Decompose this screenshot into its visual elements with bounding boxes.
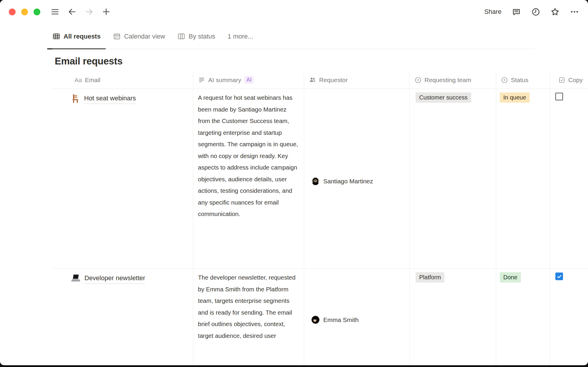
sidebar-menu-icon[interactable]: [50, 7, 60, 16]
window-controls: [9, 9, 40, 15]
email-cell[interactable]: Developer newsletter: [52, 269, 193, 365]
ai-badge: AI: [244, 76, 254, 84]
table-row: Developer newsletter The developer newsl…: [52, 269, 588, 365]
zoom-window-button[interactable]: [34, 9, 40, 15]
table-row: Hot seat webinars A request for hot seat…: [52, 89, 588, 269]
row-title-link[interactable]: Hot seat webinars: [84, 93, 136, 104]
titlebar-actions: Share: [484, 7, 579, 16]
column-label: AI summary: [208, 77, 241, 84]
back-arrow-icon[interactable]: [67, 7, 77, 16]
requestor-cell[interactable]: Emma Smith: [304, 269, 409, 365]
laptop-emoji-icon: [71, 273, 81, 284]
minimize-window-button[interactable]: [21, 9, 28, 15]
column-header-status[interactable]: Status: [496, 71, 550, 89]
status-cell[interactable]: Done: [496, 269, 550, 365]
ai-summary-cell[interactable]: The developer newsletter, requested by E…: [193, 269, 304, 365]
text-type-icon: Aa: [74, 77, 82, 84]
column-label: Copy: [568, 77, 583, 84]
row-title-link[interactable]: Developer newsletter: [84, 273, 145, 284]
requestor-name: Santiago Martinez: [323, 178, 373, 185]
team-tag: Customer success: [416, 92, 471, 103]
people-icon: [309, 76, 316, 84]
more-options-icon[interactable]: [570, 7, 579, 16]
checkbox-icon: [558, 77, 565, 84]
share-button[interactable]: Share: [484, 8, 502, 16]
copy-checkbox-checked[interactable]: [555, 273, 563, 280]
favorite-star-icon[interactable]: [550, 7, 560, 16]
align-left-icon: [198, 76, 205, 84]
requestor-cell[interactable]: Santiago Martinez: [304, 89, 409, 268]
email-cell[interactable]: Hot seat webinars: [52, 89, 193, 268]
table-view-icon: [52, 32, 60, 40]
ai-summary-cell[interactable]: A request for hot seat webinars has been…: [193, 89, 304, 268]
tab-all-requests[interactable]: All requests: [47, 24, 106, 49]
calendar-view-icon: [113, 32, 121, 40]
board-view-icon: [177, 32, 185, 40]
screenshot: Share All requests: [0, 0, 588, 367]
requesting-team-cell[interactable]: Platform: [409, 269, 496, 365]
comments-icon[interactable]: [512, 7, 521, 16]
column-label: Requestor: [319, 77, 348, 84]
page-title: Email requests: [55, 56, 588, 67]
updates-clock-icon[interactable]: [531, 7, 540, 16]
table-header-row: Aa Email AI summary AI Requestor: [52, 71, 588, 89]
avatar: [312, 316, 319, 324]
new-page-icon[interactable]: [101, 7, 111, 16]
column-header-requestor[interactable]: Requestor: [304, 71, 409, 89]
column-label: Email: [85, 77, 101, 84]
tab-label: All requests: [64, 33, 101, 40]
requesting-team-cell[interactable]: Customer success: [409, 89, 496, 268]
copy-cell[interactable]: [550, 89, 588, 268]
tabs-divider: [52, 49, 535, 49]
column-label: Status: [511, 77, 529, 84]
status-cell[interactable]: In queue: [496, 89, 550, 268]
column-header-copy[interactable]: Copy: [550, 71, 588, 89]
column-header-email[interactable]: Aa Email: [52, 71, 193, 89]
database-table: Aa Email AI summary AI Requestor: [52, 71, 588, 365]
team-tag: Platform: [416, 272, 444, 283]
tab-label: Calendar view: [124, 33, 165, 40]
titlebar: Share: [0, 0, 588, 24]
close-window-button[interactable]: [9, 9, 16, 15]
column-header-ai-summary[interactable]: AI summary AI: [193, 71, 304, 89]
tab-label: 1 more...: [228, 33, 253, 40]
nav-controls: [50, 7, 111, 16]
status-tag: In queue: [500, 92, 530, 103]
app-window: Share All requests: [0, 0, 588, 365]
column-label: Requesting team: [424, 77, 471, 84]
requestor-name: Emma Smith: [323, 316, 359, 323]
tab-label: By status: [189, 33, 215, 40]
copy-cell[interactable]: [550, 269, 588, 365]
select-icon: [414, 77, 422, 84]
tab-by-status[interactable]: By status: [172, 24, 220, 49]
status-tag: Done: [500, 272, 521, 283]
view-tabs-bar: All requests Calendar view By status 1 m…: [0, 24, 588, 49]
avatar: [312, 177, 319, 185]
tab-calendar-view[interactable]: Calendar view: [108, 24, 170, 49]
forward-arrow-icon[interactable]: [84, 7, 94, 16]
copy-checkbox-unchecked[interactable]: [555, 93, 563, 100]
select-icon: [501, 77, 508, 84]
column-header-requesting-team[interactable]: Requesting team: [409, 71, 496, 89]
chair-emoji-icon: [71, 94, 80, 104]
tab-more-views[interactable]: 1 more...: [222, 24, 259, 49]
